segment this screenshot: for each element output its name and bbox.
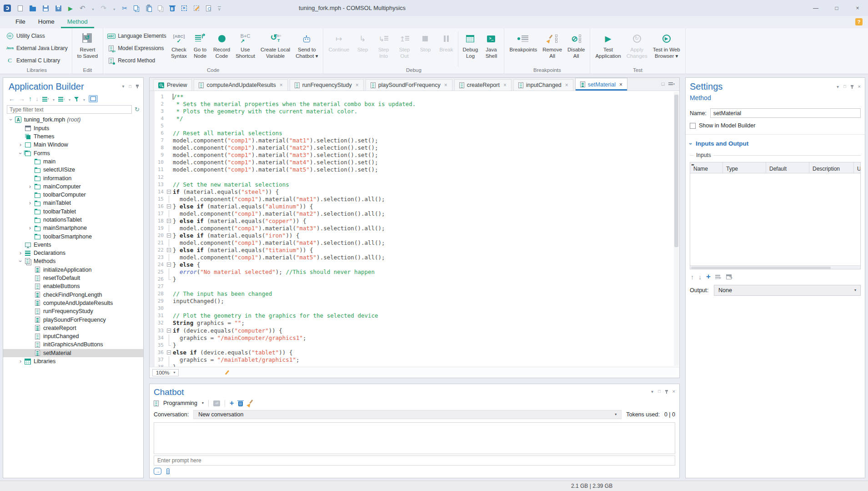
tree-item-declarations[interactable]: ›Declarations [3,249,143,257]
open-file-icon[interactable] [30,4,36,12]
test-application-button[interactable]: ▶TestApplication [592,30,623,67]
goto-node-button[interactable]: ↱Go toNode [190,30,211,67]
tree-expander-icon[interactable]: › [17,358,24,364]
breakpoint-margin[interactable] [150,91,155,367]
close-panel-icon[interactable]: × [672,389,675,394]
editor-tab-preview[interactable]: Preview [153,79,192,91]
close-tab-icon[interactable]: × [503,82,507,88]
inputs-and-output-section[interactable]: › Inputs and Output [690,140,861,147]
ribbon-tab-method[interactable]: Method [61,16,94,28]
tree-item-initializeapplication[interactable]: initializeApplication [3,266,143,274]
test-web-browser-button[interactable]: ▶Test in WebBrowser ▾ [650,30,683,67]
refresh-filter-icon[interactable]: ↻ [135,106,140,112]
tree-item-notationstablet[interactable]: notationsTablet [3,216,143,224]
tree-expander-icon[interactable]: › [8,116,14,123]
close-tab-icon[interactable]: × [280,82,283,88]
disable-all-button[interactable]: ⊘DisableAll [565,30,587,67]
tree-item-enablebuttons[interactable]: enableButtons [3,282,143,290]
close-tab-icon[interactable]: × [619,81,622,88]
table-header-type[interactable]: Type [723,162,766,173]
add-input-icon[interactable]: + [706,273,711,280]
create-local-variable-button[interactable]: ↺a=TCreate LocalVariable [258,30,293,67]
back-icon[interactable]: ← [9,95,15,102]
delete-input-icon[interactable]: × [715,274,722,280]
inputs-table[interactable]: ▸▸ NameTypeDefaultDescriptionUr [690,162,861,269]
cut-icon[interactable]: ✂ [122,4,127,12]
editor-tab-playsoundforfrequency[interactable]: playSoundForFrequency× [366,79,452,91]
table-header-default[interactable]: Default [766,162,809,173]
output-dropdown[interactable]: None ▾ [714,285,861,296]
new-file-icon[interactable] [18,4,23,12]
clear-selection-icon[interactable] [194,4,199,12]
new-conversation-icon[interactable]: + [230,400,234,407]
drop-icon[interactable]: ▾ [69,95,70,102]
send-code-to-chatbot-icon[interactable]: ⏎ [213,400,220,406]
editor-zoom-dropdown[interactable]: 100% ▾ [152,369,179,376]
debug-log-button[interactable]: DebugLog [460,30,481,67]
inputs-table-body[interactable] [690,173,860,265]
java-shell-button[interactable]: >_JavaShell [481,30,502,67]
tree-item-toolbartablet[interactable]: toolbarTablet [3,208,143,216]
code-editor[interactable]: 1/**2 * Sets the material properties whe… [150,91,679,367]
close-tab-icon[interactable]: × [356,82,359,88]
tree-expander-icon[interactable]: › [17,258,24,264]
duplicate-icon[interactable] [158,4,163,12]
move-up-icon[interactable]: ↑ [691,274,694,280]
method-name-input[interactable] [710,108,861,118]
float-panel-icon[interactable]: □ [658,390,660,394]
table-horizontal-scrollbar[interactable] [690,265,860,269]
tree-item-computeandupdateresults[interactable]: computeAndUpdateResults [3,299,143,307]
use-shortcut-button[interactable]: B+C↗UseShortcut [233,30,258,67]
tree-item-setmaterial[interactable]: setMaterial [3,349,143,357]
table-header-ur[interactable]: Ur [854,162,860,173]
tree-item-selectuisize[interactable]: selectUISize [3,166,143,174]
forward-icon[interactable]: → [19,95,25,102]
move-up-icon[interactable]: ↑ [29,95,32,102]
drop-icon[interactable]: ▾ [92,4,94,12]
tree-item-inputchanged[interactable]: inputChanged [3,332,143,340]
model-expressions-button[interactable]: a=Model Expressions [107,43,166,54]
float-panel-icon[interactable]: □ [843,85,846,89]
tree-item-maincomputer[interactable]: ›mainComputer [3,182,143,191]
language-elements-button[interactable]: ABCLanguage Elements [107,30,166,41]
tree-item-inputs[interactable]: Inputs [3,124,143,132]
tree-item-libraries[interactable]: ›Libraries [3,357,143,365]
c-library-button[interactable]: CExternal C Library [6,55,68,66]
collapse-ribbon-icon[interactable]: ∨ [218,4,221,12]
editor-tab-computeandupdateresults[interactable]: computeAndUpdateResults× [194,79,287,91]
ribbon-tab-home[interactable]: Home [32,16,61,28]
panel-menu-icon[interactable]: ▾ [837,85,839,89]
expand-all-icon[interactable]: ↑ [42,95,49,102]
record-method-button[interactable]: Record Method [107,55,166,66]
tree-item-information[interactable]: information [3,174,143,182]
move-down-icon[interactable]: ↓ [698,274,702,280]
chat-prompt-input[interactable] [154,456,675,466]
tree-item-tuning-fork-mph[interactable]: ›Atuning_fork.mph(root) [3,116,143,124]
tree-expander-icon[interactable]: › [17,150,24,157]
tree-item-main[interactable]: main [3,157,143,166]
tree-item-mainsmartphone[interactable]: ›mainSmartphone [3,224,143,232]
record-code-button[interactable]: RecordCode [211,30,233,67]
drop-icon[interactable]: ▾ [83,95,85,102]
move-down-icon[interactable]: ↓ [35,95,39,102]
tree-item-playsoundforfrequency[interactable]: playSoundForFrequency [3,315,143,324]
help-icon[interactable]: ? [855,18,863,25]
tree-item-runfrequencystudy[interactable]: runFrequencyStudy [3,307,143,315]
pin-panel-icon[interactable] [852,85,853,89]
find-icon[interactable] [206,4,211,12]
maximize-button[interactable]: □ [826,0,847,16]
model-toggle-icon[interactable] [89,95,98,102]
tree-item-toolbarsmartphone[interactable]: toolbarSmartphone [3,232,143,240]
tree-item-toolbarcomputer[interactable]: toolbarComputer [3,191,143,199]
panel-menu-icon[interactable]: ▾ [122,84,125,89]
tree-item-methods[interactable]: ›Methods [3,257,143,265]
run-icon[interactable]: ▶ [68,4,73,12]
table-header-description[interactable]: Description [809,162,854,173]
clear-conversation-icon[interactable] [247,400,254,407]
editor-tab-createreport[interactable]: createReport× [454,79,512,91]
delete-conversation-icon[interactable] [238,401,243,406]
editor-tab-list-icon[interactable]: ▾ [668,81,675,86]
close-panel-icon[interactable]: × [858,84,861,89]
utility-class-button[interactable]: Utility Class [6,30,68,41]
close-tab-icon[interactable]: × [444,82,447,88]
